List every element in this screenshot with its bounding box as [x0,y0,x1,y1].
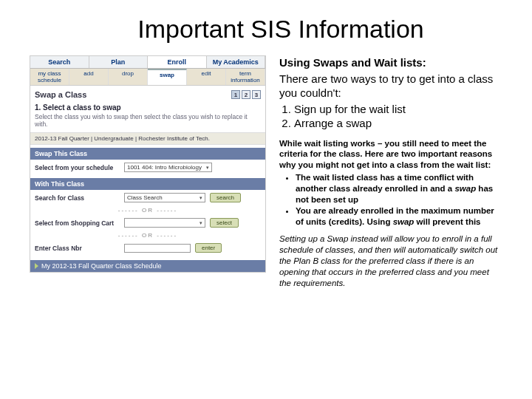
accordion-label: My 2012-13 Fall Quarter Class Schedule [41,262,162,270]
primary-tabs: Search Plan Enroll My Academics [30,56,265,69]
search-for-class-label: Search for Class [35,194,120,202]
subtab-schedule[interactable]: my class schedule [30,69,69,85]
chevron-down-icon: ▾ [200,195,202,201]
tab-search[interactable]: Search [30,56,89,68]
select-button[interactable]: select [210,218,239,228]
explanation-column: Using Swaps and Wait lists: There are tw… [279,55,502,289]
or-divider: ------ OR ------ [30,205,265,215]
step-3-icon: 3 [252,90,261,99]
tab-enroll[interactable]: Enroll [148,56,207,68]
page-title: Important SIS Information [30,15,502,44]
term-info-row: 2012-13 Fall Quarter | Undergraduate | R… [30,132,265,145]
swap-this-class-bar: Swap This Class [30,148,265,160]
chevron-down-icon: ▾ [206,165,209,171]
option-2: Arrange a swap [294,116,502,131]
option-1: Sign up for the wait list [294,102,502,117]
with-this-class-bar: With This Class [30,178,265,190]
shopping-cart-select[interactable]: ▾ [124,218,205,228]
subtab-drop[interactable]: drop [109,69,148,85]
subtab-swap[interactable]: swap [148,69,187,85]
shopping-cart-label: Select from Shopping Cart [35,219,120,227]
triangle-right-icon [35,263,38,269]
step-1-icon: 1 [231,90,240,99]
or-divider: ------ OR ------ [30,231,265,240]
enter-class-nbr-label: Enter Class Nbr [35,245,120,252]
search-button[interactable]: search [210,193,241,202]
class-search-select[interactable]: Class Search ▾ [124,193,205,202]
tab-my-academics[interactable]: My Academics [207,56,266,68]
schedule-select[interactable]: 1001 404: Intro Microbiology ▾ [124,163,212,172]
class-schedule-accordion[interactable]: My 2012-13 Fall Quarter Class Schedule [30,260,265,272]
swap-explanation-text: Setting up a Swap instead will allow you… [279,233,502,289]
schedule-select-value: 1001 404: Intro Microbiology [127,164,202,171]
step-title: 1. Select a class to swap [30,100,265,113]
tab-plan[interactable]: Plan [89,56,149,68]
using-swaps-heading: Using Swaps and Wait lists: [279,55,502,70]
select-from-schedule-label: Select from your schedule [35,164,120,171]
step-2-icon: 2 [242,90,250,99]
enter-button[interactable]: enter [195,243,222,253]
reason-1: The wait listed class has a time conflic… [296,172,502,205]
swap-class-heading: Swap a Class [35,90,86,99]
class-nbr-input[interactable] [124,244,191,253]
waitlist-criteria-text: While wait listing works – you still nee… [279,138,502,171]
subtab-term-info[interactable]: term information [226,69,265,85]
intro-text: There are two ways to try to get into a … [279,72,502,100]
subtab-edit[interactable]: edit [187,69,226,85]
reason-2: You are already enrolled in the maximum … [296,205,502,228]
step-description: Select the class you wish to swap then s… [30,113,265,132]
wizard-steps: 1 2 3 [231,90,261,99]
secondary-tabs: my class schedule add drop swap edit ter… [30,69,265,86]
sis-screenshot: Search Plan Enroll My Academics my class… [30,55,266,289]
subtab-add[interactable]: add [69,69,109,85]
chevron-down-icon: ▾ [200,220,202,226]
class-search-value: Class Search [127,194,163,201]
